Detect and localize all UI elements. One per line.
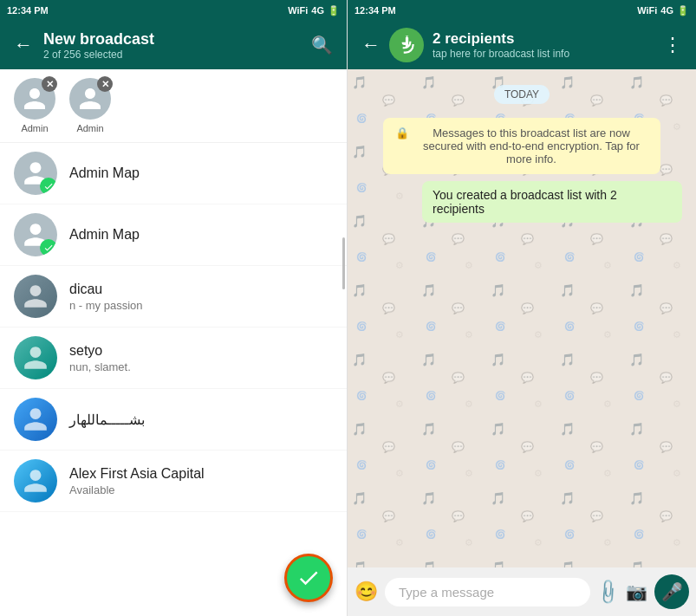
- signal-icon: 4G: [660, 5, 673, 16]
- date-label: TODAY: [494, 85, 550, 104]
- emoji-button[interactable]: 😊: [355, 580, 378, 603]
- checkmark-icon: [296, 566, 321, 590]
- broadcast-avatar: [389, 28, 424, 62]
- encryption-notice[interactable]: 🔒 Messages to this broadcast list are no…: [383, 118, 660, 174]
- search-icon[interactable]: 🔍: [311, 35, 333, 55]
- signal-icon: 4G: [311, 5, 324, 16]
- contact-name: setyo: [69, 343, 333, 359]
- left-status-icons: WiFi 4G 🔋: [288, 5, 340, 16]
- contact-list: Admin Map Admin Map dicau n - my passion: [0, 143, 347, 616]
- list-item[interactable]: Alex First Asia Capital Available: [0, 451, 347, 512]
- chip-avatar-2: ✕: [69, 78, 111, 120]
- contact-status: n - my passion: [69, 299, 333, 312]
- contact-name: بشـــــماللهار: [69, 412, 333, 428]
- list-item[interactable]: dicau n - my passion: [0, 266, 347, 327]
- left-panel: 12:34 PM WiFi 4G 🔋 ← New broadcast 2 of …: [0, 0, 348, 616]
- contact-info: Admin Map: [69, 227, 333, 243]
- left-header-left: ← New broadcast 2 of 256 selected: [14, 30, 154, 61]
- header-title-group: New broadcast 2 of 256 selected: [43, 30, 154, 61]
- contact-info: Alex First Asia Capital Available: [69, 466, 333, 496]
- chip-avatar-1: ✕: [14, 78, 55, 120]
- broadcast-header-info[interactable]: 2 recipients tap here for broadcast list…: [433, 30, 654, 60]
- right-status-bar: 12:34 PM WiFi 4G 🔋: [348, 0, 696, 21]
- contact-avatar: [14, 398, 57, 441]
- chat-area: TODAY 🔒 Messages to this broadcast list …: [348, 69, 696, 567]
- left-status-bar: 12:34 PM WiFi 4G 🔋: [0, 0, 347, 21]
- contact-info: dicau n - my passion: [69, 282, 333, 312]
- recipients-title: 2 recipients: [433, 30, 654, 48]
- wifi-icon: WiFi: [288, 5, 308, 16]
- contact-name: Alex First Asia Capital: [69, 466, 333, 482]
- chip-label-2: Admin: [76, 123, 103, 133]
- chip-admin-2: ✕ Admin: [69, 78, 111, 133]
- wifi-icon: WiFi: [637, 5, 657, 16]
- back-button[interactable]: ←: [14, 34, 33, 56]
- broadcast-created-bubble: You created a broadcast list with 2 reci…: [422, 181, 682, 223]
- list-item[interactable]: setyo nun, slamet.: [0, 327, 347, 389]
- selected-chips: ✕ Admin ✕ Admin: [0, 69, 347, 143]
- chip-admin-1: ✕ Admin: [14, 78, 55, 133]
- contact-info: بشـــــماللهار: [69, 412, 333, 428]
- battery-icon: 🔋: [677, 5, 689, 16]
- broadcast-title: New broadcast: [43, 30, 154, 49]
- contact-info: Admin Map: [69, 165, 333, 181]
- lock-icon: 🔒: [395, 126, 409, 139]
- chip-label-1: Admin: [21, 123, 48, 133]
- camera-button[interactable]: 📷: [626, 581, 647, 602]
- right-back-button[interactable]: ←: [361, 34, 381, 56]
- left-header: ← New broadcast 2 of 256 selected 🔍: [0, 21, 347, 69]
- message-placeholder: Type a message: [399, 585, 494, 600]
- broadcast-icon: [395, 34, 418, 56]
- contact-info: setyo nun, slamet.: [69, 343, 333, 373]
- contact-avatar: [14, 459, 57, 503]
- chip-remove-2[interactable]: ✕: [97, 76, 113, 92]
- contact-avatar: [14, 336, 57, 379]
- selection-count: 2 of 256 selected: [43, 49, 154, 61]
- contact-avatar: [14, 152, 57, 195]
- selected-badge: [40, 178, 57, 195]
- mic-icon: 🎤: [661, 581, 683, 602]
- contact-status: Available: [69, 483, 333, 496]
- list-item[interactable]: Admin Map: [0, 143, 347, 204]
- contact-avatar: [14, 275, 57, 318]
- left-status-time: 12:34 PM: [7, 5, 49, 16]
- more-options-icon[interactable]: ⋮: [663, 34, 682, 56]
- mic-button[interactable]: 🎤: [654, 574, 689, 609]
- scrollbar[interactable]: [342, 237, 345, 289]
- right-header[interactable]: ← 2 recipients tap here for broadcast li…: [348, 21, 696, 69]
- list-item[interactable]: بشـــــماللهار: [0, 389, 347, 451]
- chip-remove-1[interactable]: ✕: [42, 76, 57, 92]
- date-divider: TODAY: [361, 85, 682, 104]
- right-status-icons: WiFi 4G 🔋: [637, 5, 689, 16]
- contact-name: dicau: [69, 282, 333, 297]
- right-panel: 12:34 PM WiFi 4G 🔋 ← 2 recipients tap he…: [348, 0, 696, 616]
- message-input-field[interactable]: Type a message: [385, 578, 590, 606]
- list-item[interactable]: Admin Map: [0, 204, 347, 266]
- attach-button[interactable]: 📎: [593, 577, 623, 607]
- contact-name: Admin Map: [69, 227, 333, 243]
- broadcast-subtitle: tap here for broadcast list info: [433, 48, 654, 60]
- bubble-text: You created a broadcast list with 2 reci…: [433, 188, 617, 216]
- chat-input-bar: 😊 Type a message 📎 📷 🎤: [348, 567, 696, 616]
- confirm-fab-button[interactable]: [284, 554, 333, 602]
- contact-status: nun, slamet.: [69, 360, 333, 373]
- contact-name: Admin Map: [69, 165, 333, 181]
- contact-avatar: [14, 213, 57, 256]
- encryption-text: Messages to this broadcast list are now …: [414, 126, 648, 165]
- selected-badge: [40, 239, 57, 256]
- battery-icon: 🔋: [328, 5, 340, 16]
- right-status-time: 12:34 PM: [355, 5, 396, 16]
